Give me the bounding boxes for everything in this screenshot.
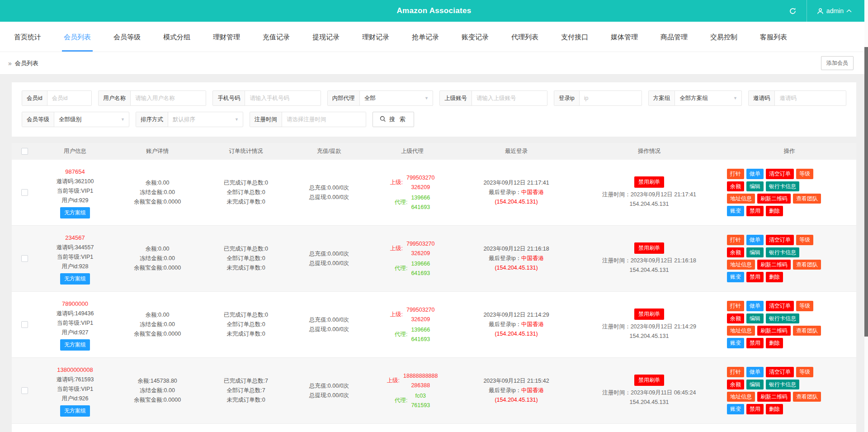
disable-button[interactable]: 禁用 [746,404,764,414]
nav-tab-15[interactable]: 交易控制 [699,22,749,52]
disable-brush-badge[interactable]: 禁用刷单 [634,375,664,386]
disable-button[interactable]: 禁用 [746,338,764,348]
disable-button[interactable]: 禁用 [746,206,764,216]
nav-tab-7[interactable]: 提现记录 [301,22,351,52]
disable-brush-badge[interactable]: 禁用刷单 [634,176,664,188]
refresh-qrcode-button[interactable]: 刷新二维码 [757,326,791,336]
nav-tab-13[interactable]: 媒体管理 [599,22,649,52]
row-checkbox[interactable] [21,387,28,394]
address-info-button[interactable]: 地址信息 [727,326,755,336]
view-team-button[interactable]: 查看团队 [793,194,821,204]
bank-card-info-button[interactable]: 银行卡信息 [766,247,799,257]
edit-button[interactable]: 编辑 [746,181,764,191]
account-change-button[interactable]: 账变 [727,404,744,414]
scrollbar-thumb[interactable] [864,47,868,337]
view-team-button[interactable]: 查看团队 [793,260,821,270]
account-change-button[interactable]: 账变 [727,338,744,348]
delete-button[interactable]: 删除 [766,338,783,348]
balance-button[interactable]: 余额 [727,181,744,191]
inject-button[interactable]: 打针 [727,235,744,245]
address-info-button[interactable]: 地址信息 [727,392,755,402]
row-checkbox[interactable] [21,189,28,196]
refresh-qrcode-button[interactable]: 刷新二维码 [757,392,791,402]
view-team-button[interactable]: 查看团队 [793,326,821,336]
delete-button[interactable]: 删除 [766,272,783,282]
bank-card-info-button[interactable]: 银行卡信息 [766,181,799,191]
balance-button[interactable]: 余额 [727,380,744,389]
nav-tab-16[interactable]: 客服列表 [749,22,798,52]
inject-button[interactable]: 打针 [727,169,744,179]
disable-brush-badge[interactable]: 禁用刷单 [634,242,664,254]
make-order-button[interactable]: 做单 [746,235,764,245]
view-team-button[interactable]: 查看团队 [793,392,821,402]
level-button[interactable]: 等级 [796,367,813,377]
plan-group-badge[interactable]: 无方案组 [60,273,90,285]
edit-button[interactable]: 编辑 [746,247,764,257]
delete-button[interactable]: 删除 [766,206,783,216]
nav-tab-10[interactable]: 账变记录 [450,22,500,52]
clear-orders-button[interactable]: 清空订单 [766,367,794,377]
nav-tab-6[interactable]: 充值记录 [251,22,301,52]
filter-select-member-level[interactable]: 全部级别▼ [54,112,129,127]
bank-card-info-button[interactable]: 银行卡信息 [766,380,799,389]
user-menu[interactable]: admin [807,0,862,22]
delete-button[interactable]: 删除 [766,404,783,414]
clear-orders-button[interactable]: 清空订单 [766,235,794,245]
level-button[interactable]: 等级 [796,235,813,245]
clear-orders-button[interactable]: 清空订单 [766,169,794,179]
disable-button[interactable]: 禁用 [746,272,764,282]
filter-input-phone[interactable] [245,91,321,105]
nav-tab-11[interactable]: 代理列表 [500,22,550,52]
edit-button[interactable]: 编辑 [746,313,764,323]
members-table: 用户信息 账户详情 订单统计情况 充值/提款 上级代理 最近登录 操作情况 操作… [12,143,856,432]
refresh-button[interactable] [779,0,807,22]
bank-card-info-button[interactable]: 银行卡信息 [766,313,799,323]
filter-select-sort-order[interactable]: 默认排序▼ [168,112,243,127]
row-checkbox[interactable] [21,255,28,262]
add-member-button[interactable]: 添加会员 [821,56,854,70]
nav-tab-5[interactable]: 理财管理 [202,22,251,52]
filter-select-internal-agent[interactable]: 全部▼ [360,91,433,105]
filter-input-reg-time[interactable] [282,112,366,127]
filter-input-username[interactable] [131,91,206,105]
plan-group-badge[interactable]: 无方案组 [60,405,90,417]
filter-input-invite-code[interactable] [775,91,846,105]
make-order-button[interactable]: 做单 [746,301,764,311]
nav-tab-3[interactable]: 会员等级 [102,22,152,52]
inject-button[interactable]: 打针 [727,301,744,311]
balance-button[interactable]: 余额 [727,247,744,257]
plan-group-badge[interactable]: 无方案组 [60,207,90,218]
balance-button[interactable]: 余额 [727,313,744,323]
vertical-scrollbar[interactable] [864,0,868,432]
clear-orders-button[interactable]: 清空订单 [766,301,794,311]
level-button[interactable]: 等级 [796,169,813,179]
account-change-button[interactable]: 账变 [727,206,744,216]
address-info-button[interactable]: 地址信息 [727,260,755,270]
nav-tab-12[interactable]: 支付接口 [550,22,599,52]
account-change-button[interactable]: 账变 [727,272,744,282]
nav-tab-9[interactable]: 抢单记录 [401,22,450,52]
refresh-qrcode-button[interactable]: 刷新二维码 [757,194,791,204]
filter-input-login-ip[interactable] [580,91,642,105]
nav-tab-8[interactable]: 理财记录 [351,22,401,52]
filter-input-parent-account[interactable] [472,91,547,105]
row-checkbox[interactable] [21,321,28,328]
filter-select-plan-group[interactable]: 全部方案组▼ [675,91,741,105]
select-all-checkbox[interactable] [21,148,28,155]
nav-tab-14[interactable]: 商品管理 [649,22,699,52]
plan-group-badge[interactable]: 无方案组 [60,339,90,351]
filter-input-member-id[interactable] [47,91,92,105]
disable-brush-badge[interactable]: 禁用刷单 [634,309,664,320]
address-info-button[interactable]: 地址信息 [727,194,755,204]
nav-tab-2[interactable]: 会员列表 [52,22,102,52]
inject-button[interactable]: 打针 [727,367,744,377]
level-button[interactable]: 等级 [796,301,813,311]
cell-operation-info: 禁用刷单注册时间：2023年09月11日 06:45:24154.204.45.… [576,358,722,424]
make-order-button[interactable]: 做单 [746,367,764,377]
make-order-button[interactable]: 做单 [746,169,764,179]
edit-button[interactable]: 编辑 [746,380,764,389]
refresh-qrcode-button[interactable]: 刷新二维码 [757,260,791,270]
nav-tab-4[interactable]: 模式分组 [152,22,202,52]
nav-tab-1[interactable]: 首页统计 [3,22,52,52]
search-button[interactable]: 搜 索 [373,112,414,127]
